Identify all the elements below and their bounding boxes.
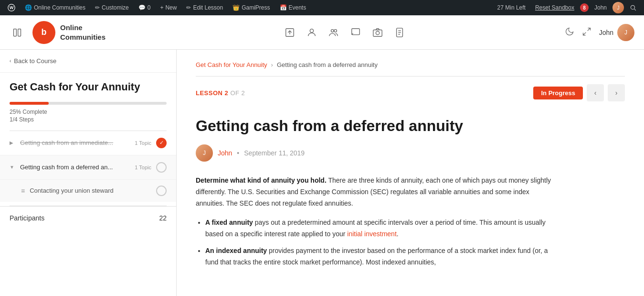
expand-icon: ▶ — [10, 140, 15, 145]
site-logo[interactable]: b OnlineCommunities — [32, 21, 106, 44]
search-admin-icon[interactable] — [626, 4, 640, 11]
admin-user-name[interactable]: John — [591, 4, 611, 11]
main-content: Get Cash for Your Annuity › Getting cash… — [177, 50, 644, 296]
fullscreen-icon[interactable] — [582, 27, 591, 38]
wp-logo[interactable]: W — [4, 0, 19, 15]
online-communities-admin-link[interactable]: 🌐 Online Communities — [21, 0, 89, 15]
reset-sandbox-link[interactable]: Reset Sandbox — [531, 4, 578, 11]
plus-icon: + — [160, 4, 163, 11]
content-paragraph: Determine what kind of annuity you hold.… — [196, 175, 559, 209]
next-lesson-button[interactable]: › — [608, 84, 625, 101]
lesson-item[interactable]: ▶ Getting cash from an immediate... 1 To… — [0, 131, 176, 155]
lesson-item[interactable]: ▼ Getting cash from a deferred an... 1 T… — [0, 155, 176, 180]
svg-rect-5 — [18, 29, 21, 36]
participants-label: Participants — [10, 214, 44, 222]
author-avatar: J — [196, 144, 213, 162]
breadcrumb-link[interactable]: Get Cash for Your Annuity — [196, 61, 267, 68]
lesson-nav-right: In Progress ‹ › — [533, 84, 625, 101]
paragraph-strong: Determine what kind of annuity you hold. — [196, 176, 327, 184]
dark-mode-icon[interactable] — [565, 27, 574, 38]
events-link[interactable]: 📅 Events — [276, 0, 310, 15]
header-nav-icons — [125, 27, 565, 38]
breadcrumb-separator: › — [271, 61, 273, 68]
svg-point-2 — [631, 5, 634, 9]
lesson-empty-check — [156, 162, 167, 173]
previous-lesson-button[interactable]: ‹ — [587, 84, 604, 101]
group-icon[interactable] — [328, 27, 339, 38]
logo-text: OnlineCommunities — [60, 23, 106, 42]
profile-icon[interactable] — [306, 27, 317, 38]
user-name: John — [599, 29, 613, 36]
breadcrumb-current: Getting cash from a deferred annuity — [277, 61, 378, 68]
site-header: b OnlineCommunities John J — [0, 15, 644, 50]
edit-lesson-link[interactable]: ✏ Edit Lesson — [182, 0, 227, 15]
lesson-heading: Getting cash from a deferred annuity — [196, 117, 625, 135]
sub-lesson-title: Contacting your union steward — [30, 187, 151, 194]
camera-icon[interactable] — [372, 27, 383, 38]
header-right: John J — [565, 24, 634, 41]
svg-line-18 — [587, 28, 590, 31]
progress-steps: 1/4 Steps — [10, 116, 167, 123]
progress-section: 25% Complete 1/4 Steps — [0, 98, 176, 131]
crown-icon: 👑 — [232, 4, 240, 11]
svg-line-19 — [583, 32, 586, 35]
main-layout: ‹ Back to Course Get Cash for Your Annui… — [0, 50, 644, 296]
svg-text:W: W — [10, 5, 14, 10]
list-item: An indexed annuity provides payment to t… — [205, 245, 559, 268]
lesson-number: LESSON 2 OF 2 — [196, 89, 245, 97]
breadcrumb: Get Cash for Your Annuity › Getting cash… — [196, 61, 625, 77]
admin-avatar[interactable]: J — [612, 2, 624, 13]
author-name[interactable]: John — [218, 149, 232, 157]
back-to-course-link[interactable]: ‹ Back to Course — [0, 50, 176, 73]
user-avatar: J — [617, 24, 634, 41]
chat-icon[interactable] — [350, 27, 361, 38]
back-chevron-icon: ‹ — [10, 58, 11, 64]
lesson-badge: 1 Topic — [135, 140, 151, 146]
svg-point-8 — [310, 29, 313, 32]
expand-icon: ▼ — [10, 164, 15, 170]
pencil-icon: ✏ — [95, 4, 100, 11]
notification-badge[interactable]: 8 — [580, 3, 589, 12]
globe-icon: 🌐 — [25, 4, 32, 11]
progress-bar-container — [10, 102, 167, 105]
participants-section: Participants 22 — [0, 206, 176, 230]
logo-icon: b — [32, 21, 55, 44]
customize-link[interactable]: ✏ Customize — [91, 0, 133, 15]
lesson-title: Getting cash from an immediate... — [20, 139, 130, 146]
comment-icon: 💬 — [138, 4, 146, 11]
lesson-title: Getting cash from a deferred an... — [20, 164, 130, 171]
lesson-badge: 1 Topic — [135, 164, 151, 170]
content-body: Determine what kind of annuity you hold.… — [196, 175, 559, 268]
lesson-label: LESSON 2 OF 2 — [196, 89, 245, 97]
initial-investment-link[interactable]: initial investment — [347, 230, 397, 238]
upload-icon[interactable] — [285, 27, 295, 38]
progress-bar-fill — [10, 102, 49, 105]
in-progress-badge: In Progress — [533, 87, 583, 99]
svg-rect-4 — [14, 29, 17, 36]
progress-percentage: 25% Complete — [10, 109, 167, 115]
author-row: J John • September 11, 2019 — [196, 144, 625, 162]
author-date: September 11, 2019 — [244, 149, 305, 157]
new-link[interactable]: + New — [156, 0, 180, 15]
comments-link[interactable]: 💬 0 — [135, 0, 155, 15]
lesson-complete-check: ✓ — [156, 138, 167, 148]
sub-lesson-icon: ≡ — [21, 187, 25, 195]
svg-point-13 — [376, 31, 379, 34]
admin-bar: W 🌐 Online Communities ✏ Customize 💬 0 +… — [0, 0, 644, 15]
course-title: Get Cash for Your Annuity — [0, 73, 176, 98]
timer-display: 27 Min Left — [494, 4, 529, 11]
svg-point-10 — [334, 29, 337, 32]
calendar-icon: 📅 — [280, 4, 287, 11]
svg-point-9 — [331, 29, 334, 32]
list-item: A fixed annuity pays out a predetermined… — [205, 217, 559, 240]
svg-line-3 — [634, 9, 636, 11]
gamipress-link[interactable]: 👑 GamiPress — [229, 0, 274, 15]
lesson-nav: LESSON 2 OF 2 In Progress ‹ › — [196, 84, 625, 101]
edit-icon: ✏ — [186, 4, 191, 11]
document-icon[interactable] — [394, 27, 405, 38]
participants-count: 22 — [159, 214, 167, 222]
content-list: A fixed annuity pays out a predetermined… — [205, 217, 559, 268]
user-profile[interactable]: John J — [599, 24, 634, 41]
sidebar-toggle-button[interactable] — [10, 25, 25, 40]
sub-lesson-item[interactable]: ≡ Contacting your union steward — [0, 180, 176, 202]
